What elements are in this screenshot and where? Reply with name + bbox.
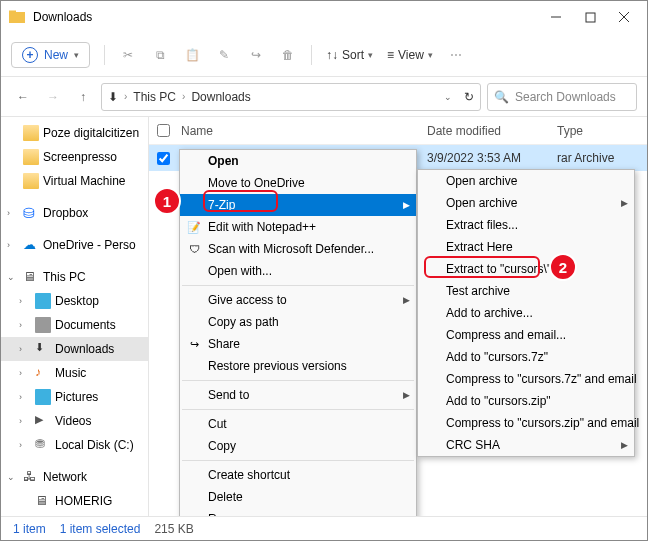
- share-icon: ↪: [186, 336, 202, 352]
- status-size: 215 KB: [154, 522, 193, 536]
- videos-icon: ▶: [35, 413, 51, 429]
- rename-icon[interactable]: ✎: [215, 46, 233, 64]
- chevron-right-icon: ▶: [621, 198, 628, 208]
- sub-openarchive2[interactable]: Open archive▶: [418, 192, 634, 214]
- ctx-copy[interactable]: Copy: [180, 435, 416, 457]
- close-button[interactable]: [617, 10, 631, 24]
- network-icon: 🖧: [23, 469, 39, 485]
- sub-add7z[interactable]: Add to "cursors.7z": [418, 346, 634, 368]
- sidebar-item-documents[interactable]: ›Documents: [1, 313, 148, 337]
- breadcrumb[interactable]: ⬇ › This PC › Downloads ⌄ ↻: [101, 83, 481, 111]
- sidebar-item-thispc[interactable]: ⌄🖥This PC: [1, 265, 148, 289]
- sidebar-item-disk[interactable]: ›⛃Local Disk (C:): [1, 433, 148, 457]
- chevron-right-icon: ▶: [403, 200, 410, 210]
- ctx-cut[interactable]: Cut: [180, 413, 416, 435]
- sidebar-item-desktop[interactable]: ›Desktop: [1, 289, 148, 313]
- sub-addarchive[interactable]: Add to archive...: [418, 302, 634, 324]
- svg-rect-0: [9, 12, 25, 23]
- col-name[interactable]: Name: [177, 124, 427, 138]
- sub-compress[interactable]: Compress and email...: [418, 324, 634, 346]
- sidebar-item-onedrive[interactable]: ›☁OneDrive - Perso: [1, 233, 148, 257]
- chevron-right-icon: ▶: [403, 295, 410, 305]
- music-icon: ♪: [35, 365, 51, 381]
- minimize-button[interactable]: [549, 10, 563, 24]
- crumb-thispc[interactable]: This PC: [133, 90, 176, 104]
- more-button[interactable]: ⋯: [447, 46, 465, 64]
- sub-compzip[interactable]: Compress to "cursors.zip" and email: [418, 412, 634, 434]
- sub-openarchive[interactable]: Open archive: [418, 170, 634, 192]
- sub-crc[interactable]: CRC SHA▶: [418, 434, 634, 456]
- sidebar-item-downloads[interactable]: ›⬇Downloads: [1, 337, 148, 361]
- pc-icon: 🖥: [35, 493, 51, 509]
- file-list: Name Date modified Type 3/9/2022 3:53 AM…: [149, 117, 647, 516]
- ctx-7zip[interactable]: 7-Zip▶: [180, 194, 416, 216]
- col-date[interactable]: Date modified: [427, 124, 557, 138]
- file-type: rar Archive: [557, 151, 647, 165]
- view-button[interactable]: ≡ View ▾: [387, 48, 433, 62]
- divider: [311, 45, 312, 65]
- sidebar: Poze digitalcitizen Screenpresso Virtual…: [1, 117, 149, 516]
- cut-icon[interactable]: ✂: [119, 46, 137, 64]
- ctx-notepad[interactable]: 📝Edit with Notepad++: [180, 216, 416, 238]
- ctx-copypath[interactable]: Copy as path: [180, 311, 416, 333]
- new-button[interactable]: + New ▾: [11, 42, 90, 68]
- maximize-button[interactable]: [583, 10, 597, 24]
- sidebar-item-dropbox[interactable]: ›⛁Dropbox: [1, 201, 148, 225]
- forward-button[interactable]: →: [41, 85, 65, 109]
- back-button[interactable]: ←: [11, 85, 35, 109]
- sidebar-item-screenpresso[interactable]: Screenpresso: [1, 145, 148, 169]
- sub-comp7z[interactable]: Compress to "cursors.7z" and email: [418, 368, 634, 390]
- sidebar-item-poze[interactable]: Poze digitalcitizen: [1, 121, 148, 145]
- documents-icon: [35, 317, 51, 333]
- sidebar-item-videos[interactable]: ›▶Videos: [1, 409, 148, 433]
- share-icon[interactable]: ↪: [247, 46, 265, 64]
- ctx-sendto[interactable]: Send to▶: [180, 384, 416, 406]
- delete-icon[interactable]: 🗑: [279, 46, 297, 64]
- col-type[interactable]: Type: [557, 124, 647, 138]
- folder-icon: [23, 173, 39, 189]
- status-selected: 1 item selected: [60, 522, 141, 536]
- sidebar-item-vm[interactable]: Virtual Machine: [1, 169, 148, 193]
- dropbox-icon: ⛁: [23, 205, 39, 221]
- ctx-share[interactable]: ↪Share: [180, 333, 416, 355]
- sub-extractfiles[interactable]: Extract files...: [418, 214, 634, 236]
- copy-icon[interactable]: ⧉: [151, 46, 169, 64]
- search-placeholder: Search Downloads: [515, 90, 616, 104]
- paste-icon[interactable]: 📋: [183, 46, 201, 64]
- ctx-shortcut[interactable]: Create shortcut: [180, 464, 416, 486]
- sort-button[interactable]: ↑↓ Sort ▾: [326, 48, 373, 62]
- sidebar-item-network[interactable]: ⌄🖧Network: [1, 465, 148, 489]
- ctx-access[interactable]: Give access to▶: [180, 289, 416, 311]
- up-button[interactable]: ↑: [71, 85, 95, 109]
- file-date: 3/9/2022 3:53 AM: [427, 151, 557, 165]
- folder-icon: [23, 125, 39, 141]
- search-input[interactable]: 🔍 Search Downloads: [487, 83, 637, 111]
- sub-extracthere[interactable]: Extract Here: [418, 236, 634, 258]
- window-title: Downloads: [33, 10, 549, 24]
- sub-addzip[interactable]: Add to "cursors.zip": [418, 390, 634, 412]
- ctx-onedrive[interactable]: Move to OneDrive: [180, 172, 416, 194]
- ctx-rename[interactable]: Rename: [180, 508, 416, 516]
- crumb-downloads[interactable]: Downloads: [191, 90, 250, 104]
- sidebar-item-pictures[interactable]: ›Pictures: [1, 385, 148, 409]
- ctx-delete[interactable]: Delete: [180, 486, 416, 508]
- context-submenu-7zip: Open archive Open archive▶ Extract files…: [417, 169, 635, 457]
- ctx-defender[interactable]: 🛡Scan with Microsoft Defender...: [180, 238, 416, 260]
- ctx-open[interactable]: Open: [180, 150, 416, 172]
- addressbar: ← → ↑ ⬇ › This PC › Downloads ⌄ ↻ 🔍 Sear…: [1, 77, 647, 117]
- annotation-badge-2: 2: [549, 253, 577, 281]
- folder-icon: [23, 149, 39, 165]
- refresh-icon[interactable]: ↻: [464, 90, 474, 104]
- chevron-down-icon[interactable]: ⌄: [444, 92, 452, 102]
- sub-extractto[interactable]: Extract to "cursors\": [418, 258, 634, 280]
- titlebar: Downloads: [1, 1, 647, 33]
- sub-test[interactable]: Test archive: [418, 280, 634, 302]
- sidebar-item-homerig[interactable]: 🖥HOMERIG: [1, 489, 148, 513]
- ctx-openwith[interactable]: Open with...: [180, 260, 416, 282]
- select-all-checkbox[interactable]: [157, 124, 170, 137]
- row-checkbox[interactable]: [157, 152, 170, 165]
- divider: [182, 409, 414, 410]
- ctx-restore[interactable]: Restore previous versions: [180, 355, 416, 377]
- chevron-right-icon: ▶: [403, 390, 410, 400]
- sidebar-item-music[interactable]: ›♪Music: [1, 361, 148, 385]
